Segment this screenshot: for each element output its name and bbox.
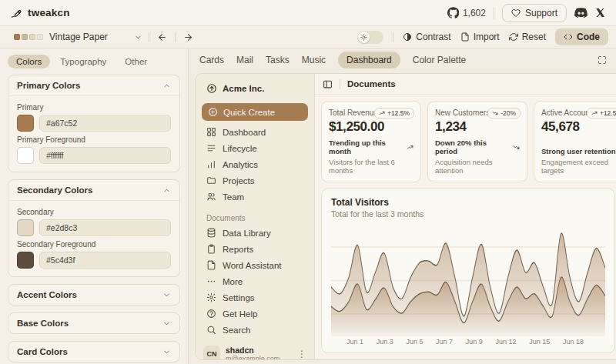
contrast-label: Contrast	[416, 32, 450, 42]
sidebar-item-lifecycle[interactable]: Lifecycle	[202, 140, 308, 156]
sidebar-item-settings[interactable]: Settings	[202, 289, 308, 306]
secondary-foreground-swatch[interactable]	[17, 252, 34, 269]
sidebar-item-projects[interactable]: Projects	[202, 172, 308, 189]
contrast-icon	[403, 32, 412, 42]
preview-tabs: Cards Mail Tasks Music Dashboard Color P…	[189, 48, 616, 72]
x-twitter-button[interactable]	[595, 8, 605, 18]
discord-button[interactable]	[574, 8, 588, 18]
x-axis-label: Jun 5	[406, 338, 423, 348]
arrow-right-icon	[183, 32, 193, 42]
section-header-card-colors[interactable]: Card Colors	[8, 342, 179, 362]
contrast-button[interactable]: Contrast	[403, 32, 450, 42]
sidebar-item-dashboard[interactable]: Dashboard	[202, 124, 308, 140]
app-title: tweakcn	[28, 7, 70, 18]
trending-down-icon	[513, 144, 520, 151]
preview-tab-mail[interactable]: Mail	[236, 55, 253, 65]
field-label: Primary Foreground	[17, 135, 171, 144]
theme-selector[interactable]: Vintage Paper	[8, 29, 149, 45]
section-card-colors: Card Colors	[8, 341, 180, 362]
stat-badge: +12.5%	[374, 108, 414, 119]
page-title: Documents	[347, 79, 396, 88]
redo-button[interactable]	[176, 31, 201, 44]
stat-footer-main: Down 20% this period	[435, 139, 520, 155]
primary-foreground-swatch[interactable]	[17, 147, 34, 164]
primary-color-input[interactable]	[39, 115, 171, 132]
chart-title: Total Visitors	[331, 197, 605, 208]
sidebar-group-documents: Documents	[206, 214, 303, 222]
org-switcher[interactable]: Acme Inc.	[202, 80, 308, 97]
section-header-primary-colors[interactable]: Primary Colors	[8, 75, 179, 96]
dashboard-sidebar: Acme Inc. Quick Create Dashboard Lifecyc…	[196, 74, 315, 359]
theme-swatch-strip	[14, 34, 43, 40]
ellipsis-icon	[206, 276, 216, 286]
section-header-secondary-colors[interactable]: Secondary Colors	[8, 180, 179, 201]
sidebar-item-search[interactable]: Search	[202, 322, 308, 338]
sidebar-item-team[interactable]: Team	[202, 189, 308, 205]
sidebar-item-more[interactable]: More	[202, 273, 308, 289]
secondary-foreground-input[interactable]	[39, 252, 171, 269]
sidebar-item-label: Word Assistant	[223, 261, 282, 270]
maximize-icon	[598, 55, 607, 65]
stats-row: Total Revenue +12.5% $1,250.00 Trending …	[321, 101, 616, 182]
area-chart-svg	[331, 225, 605, 336]
section-header-accent-colors[interactable]: Accent Colors	[8, 285, 179, 305]
stat-footer-main: Strong user retention	[541, 147, 616, 155]
chevron-up-icon	[162, 82, 171, 90]
tab-typography[interactable]: Typography	[52, 55, 115, 68]
sidebar-item-data-library[interactable]: Data Library	[202, 225, 308, 241]
sidebar-item-reports[interactable]: Reports	[202, 241, 308, 257]
sidebar-item-analytics[interactable]: Analytics	[202, 156, 308, 172]
secondary-color-input[interactable]	[39, 219, 171, 236]
list-icon	[206, 143, 216, 153]
preview-tab-dashboard[interactable]: Dashboard	[338, 52, 400, 68]
stat-footer-sub: Acquisition needs attention	[435, 158, 520, 175]
fullscreen-button[interactable]	[598, 55, 607, 65]
github-stars-link[interactable]: 1,602	[447, 7, 486, 18]
support-button[interactable]: Support	[502, 4, 567, 22]
tab-other[interactable]: Other	[116, 55, 156, 68]
x-axis-label: Jun 12	[496, 338, 517, 348]
reset-button[interactable]: Reset	[509, 32, 546, 42]
sidebar-item-label: Team	[223, 192, 244, 202]
theme-swatch	[22, 34, 28, 40]
github-stars-count: 1,602	[463, 8, 486, 18]
quick-create-button[interactable]: Quick Create	[202, 103, 308, 121]
preview-tab-music[interactable]: Music	[302, 55, 326, 65]
primary-color-swatch[interactable]	[17, 115, 34, 132]
tab-colors[interactable]: Colors	[8, 55, 50, 68]
sidebar-item-word-assistant[interactable]: Word Assistant	[202, 257, 308, 273]
stat-value: 1,234	[435, 119, 520, 135]
primary-foreground-input[interactable]	[39, 147, 171, 164]
preview-tab-cards[interactable]: Cards	[199, 55, 224, 65]
user-menu-ellipsis[interactable]: ⋮	[297, 349, 306, 359]
import-button[interactable]: Import	[460, 32, 500, 42]
sidebar-item-label: More	[223, 277, 243, 286]
x-axis-label: Jun 7	[436, 338, 453, 348]
trending-up-icon	[379, 110, 385, 116]
theme-mode-toggle[interactable]	[357, 31, 383, 44]
preview-tab-color-palette[interactable]: Color Palette	[413, 55, 466, 65]
section-primary-colors: Primary Colors Primary Primary Foregroun…	[8, 75, 180, 172]
sidebar-toggle-button[interactable]	[323, 79, 333, 89]
section-header-base-colors[interactable]: Base Colors	[8, 313, 179, 333]
section-title: Accent Colors	[17, 290, 77, 299]
section-secondary-colors: Secondary Colors Secondary Secondary For…	[8, 179, 180, 277]
theme-swatch	[29, 34, 35, 40]
preview-tab-tasks[interactable]: Tasks	[266, 55, 290, 65]
user-menu[interactable]: CN shadcn m@example.com ⋮	[202, 344, 308, 360]
theme-swatch	[37, 34, 43, 40]
code-icon	[564, 32, 573, 42]
chevron-down-icon	[162, 319, 171, 328]
undo-button[interactable]	[149, 31, 175, 44]
x-axis-label: Jun 15	[529, 338, 550, 348]
code-button[interactable]: Code	[555, 28, 608, 45]
preview-area: Cards Mail Tasks Music Dashboard Color P…	[189, 48, 616, 364]
sidebar-item-label: Lifecycle	[223, 144, 257, 153]
user-name: shadcn	[226, 346, 292, 355]
chevron-down-icon	[162, 291, 171, 299]
sidebar-item-get-help[interactable]: Get Help	[202, 306, 308, 322]
secondary-color-swatch[interactable]	[17, 219, 34, 236]
app-logo[interactable]: tweakcn	[11, 7, 70, 18]
x-axis-label: Jun 9	[466, 338, 483, 348]
reset-label: Reset	[522, 32, 546, 42]
